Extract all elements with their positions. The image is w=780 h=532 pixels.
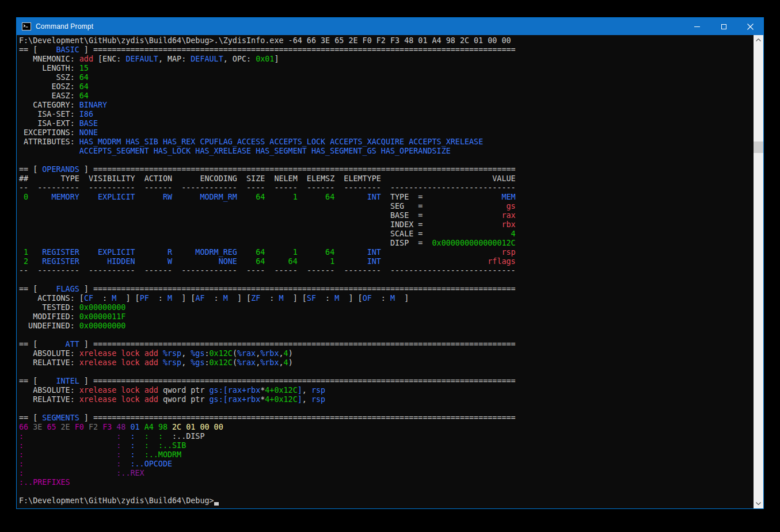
title-bar[interactable]: Command Prompt [17,18,763,35]
console-line [19,404,754,414]
console-line: ACCEPTS_SEGMENT HAS_LOCK HAS_XRELEASE HA… [19,147,754,156]
console-line: ## TYPE VISIBILITY ACTION ENCODING SIZE … [19,174,754,183]
console-line: ACTIONS: [CF : M ] [PF : M ] [AF : M ] [… [19,294,754,303]
console-line: EXCEPTIONS: NONE [19,128,754,137]
console-line: : : :..OPCODE [19,460,754,469]
scroll-down-icon [756,502,761,505]
console-line: SSZ: 64 [19,73,754,82]
console-line [19,331,754,340]
scroll-down-button[interactable] [754,499,763,508]
console-line: ABSOLUTE: xrelease lock add qword ptr gs… [19,386,754,395]
close-button[interactable] [737,18,763,35]
console-line: == [ INTEL ] ===========================… [19,377,754,386]
console-line [19,487,754,496]
console-line: == [ FLAGS ] ===========================… [19,285,754,294]
console-line: UNDEFINED: 0x00000000 [19,322,754,331]
console-line: SEG = gs [19,202,754,211]
console-line: INDEX = rbx [19,220,754,229]
console-line: F:\Development\GitHub\zydis\Build64\Debu… [19,36,754,45]
maximize-button[interactable] [710,18,737,35]
console-line: BASE = rax [19,211,754,220]
console-line: F:\Development\GitHub\zydis\Build64\Debu… [19,496,754,506]
console-line: == [ OPERANDS ] ========================… [19,165,754,174]
console-line: -- --------- ---------- ------ ---------… [19,266,754,275]
scroll-up-icon [756,39,761,41]
console-line: TESTED: 0x00000000 [19,303,754,312]
minimize-button[interactable] [684,18,710,35]
maximize-icon [721,24,726,29]
console-area: F:\Development\GitHub\zydis\Build64\Debu… [17,35,763,508]
console-line: ISA-EXT: BASE [19,119,754,128]
scrollbar-thumb[interactable] [754,141,763,153]
window-title: Command Prompt [36,22,93,30]
text-cursor [214,496,219,506]
console-line: RELATIVE: xrelease lock add %rsp, %gs:0x… [19,358,754,368]
window-controls [684,18,763,35]
console-line: == [ SEGMENTS ] ========================… [19,414,754,423]
console-line: : : : : : :..DISP [19,432,754,441]
console-line: DISP = 0x000000000000012C [19,239,754,248]
console-output[interactable]: F:\Development\GitHub\zydis\Build64\Debu… [17,35,754,508]
command-prompt-window: Command Prompt F:\Development\GitHub\zyd… [16,17,764,509]
console-line: MODIFIED: 0x0000011F [19,312,754,322]
console-line: 2 REGISTER HIDDEN W NONE 64 64 1 INT rfl… [19,257,754,266]
console-line: ATTRIBUTES: HAS_MODRM HAS_SIB HAS_REX CP… [19,137,754,147]
console-line [19,156,754,165]
console-line: MNEMONIC: add [ENC: DEFAULT, MAP: DEFAUL… [19,55,754,64]
console-line: EOSZ: 64 [19,82,754,91]
console-line: RELATIVE: xrelease lock add qword ptr gs… [19,395,754,404]
console-line: == [ BASIC ] ===========================… [19,45,754,55]
cmd-icon [22,22,31,30]
scrollbar[interactable] [754,35,763,508]
console-line: : : : : :..SIB [19,441,754,450]
console-line: SCALE = 4 [19,229,754,239]
console-line: == [ ATT ] =============================… [19,340,754,349]
console-line: : :..REX [19,469,754,478]
console-line: :..PREFIXES [19,478,754,487]
console-line: : : : :..MODRM [19,450,754,460]
close-icon [747,24,754,30]
console-line: -- --------- ---------- ------ ---------… [19,183,754,193]
scroll-up-button[interactable] [754,35,763,45]
console-line: 0 MEMORY EXPLICIT RW MODRM_RM 64 1 64 IN… [19,193,754,202]
console-line: ISA-SET: I86 [19,110,754,119]
minimize-icon [694,26,700,27]
console-line: ABSOLUTE: xrelease lock add %rsp, %gs:0x… [19,349,754,358]
console-line: EASZ: 64 [19,91,754,101]
console-line: CATEGORY: BINARY [19,101,754,110]
console-line: 66 3E 65 2E F0 F2 F3 48 01 A4 98 2C 01 0… [19,423,754,432]
console-line [19,275,754,285]
console-line: LENGTH: 15 [19,64,754,73]
console-line [19,368,754,377]
console-line: 1 REGISTER EXPLICIT R MODRM_REG 64 1 64 … [19,248,754,257]
